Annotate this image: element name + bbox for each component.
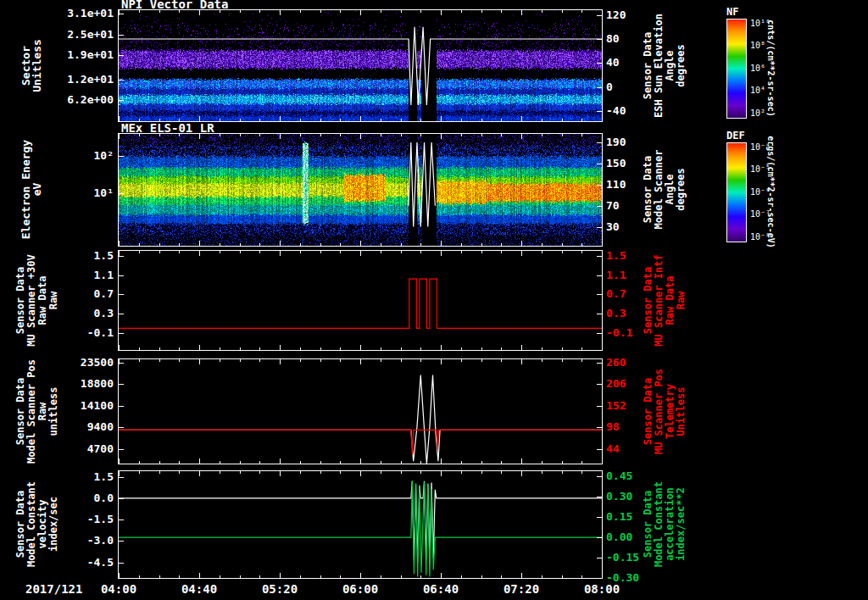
right-tick-label: -0.1 (606, 326, 640, 339)
right-tick-label: 0.3 (606, 307, 640, 319)
colorbar-nf (726, 19, 747, 119)
x-axis-tick-label: 04:40 (172, 582, 226, 596)
right-tick-label: 206 (606, 377, 640, 390)
right-tick-label: 1.1 (606, 269, 640, 281)
left-tick-label: 3.1e+01 (49, 7, 114, 19)
mu-scanner-intf-panel (118, 250, 603, 351)
npi-spectrogram-panel (118, 9, 603, 122)
right-tick-label: 150 (606, 157, 640, 169)
right-tick-label: 98 (606, 420, 640, 433)
x-axis-tick-label: 08:00 (575, 582, 629, 596)
right-tick-label: 70 (606, 199, 640, 212)
right-tick-label: 152 (606, 399, 640, 412)
right-tick-label: 44 (606, 442, 640, 455)
x-axis-tick-label: 04:00 (92, 582, 146, 596)
right-tick-label: 120 (606, 8, 640, 21)
colorbar-unit: ergs/(cm**2-sr-sec-eV) (765, 82, 777, 303)
colorbar-tick-label: 10⁶ (750, 64, 765, 73)
right-axis-label-line: index/sec**2 (675, 414, 687, 600)
colorbar-title: DEF (726, 130, 745, 142)
colorbar-tick-label: 10² (750, 108, 765, 118)
left-tick-label: 1.2e+01 (49, 73, 114, 86)
right-tick-label: -40 (606, 104, 640, 117)
right-tick-label: 0.00 (606, 531, 640, 543)
left-axis-label-line: index/sec (47, 414, 60, 600)
model-constant-canvas (119, 471, 602, 578)
right-tick-label: 190 (606, 136, 640, 148)
model-constant-panel (118, 470, 603, 579)
colorbar-tick-label: 10⁸ (750, 41, 765, 50)
colorbar-tick-label: 10⁴ (750, 86, 765, 95)
left-tick-label: 1.9e+01 (49, 48, 114, 61)
right-tick-label: 260 (606, 356, 640, 369)
right-tick-label: 110 (606, 178, 640, 191)
left-tick-label: 10² (49, 149, 114, 162)
mu-scanner-intf-canvas (119, 251, 602, 350)
right-tick-label: 80 (606, 32, 640, 45)
els-spectrogram-canvas (119, 134, 602, 246)
x-axis-tick-label: 05:20 (253, 582, 307, 596)
els-spectrogram-panel (118, 133, 603, 247)
npi-spectrogram-canvas (119, 10, 602, 121)
scanner-pos-canvas (119, 359, 602, 464)
plot-figure: { "figure": {"background": "#000000"}, "… (0, 0, 868, 600)
colorbar-def (726, 142, 747, 242)
right-tick-label: 0.15 (606, 510, 640, 523)
x-axis-tick-label: 06:40 (414, 582, 468, 596)
left-tick-label: 6.2e+00 (49, 93, 114, 106)
right-tick-label: 1.5 (606, 249, 640, 262)
scanner-pos-panel (118, 358, 603, 464)
left-tick-label: 2.5e+01 (49, 28, 114, 41)
x-axis-tick-label: 06:00 (333, 582, 387, 596)
right-tick-label: 0.7 (606, 287, 640, 300)
right-tick-label: -0.15 (606, 551, 640, 564)
x-axis-tick-label: 07:20 (494, 582, 548, 596)
colorbar-title: NF (726, 6, 738, 18)
right-tick-label: 40 (606, 56, 640, 69)
right-tick-label: 0.30 (606, 490, 640, 503)
right-tick-label: 0.45 (606, 469, 640, 482)
right-tick-label: 30 (606, 220, 640, 233)
right-tick-label: 0 (606, 81, 640, 93)
